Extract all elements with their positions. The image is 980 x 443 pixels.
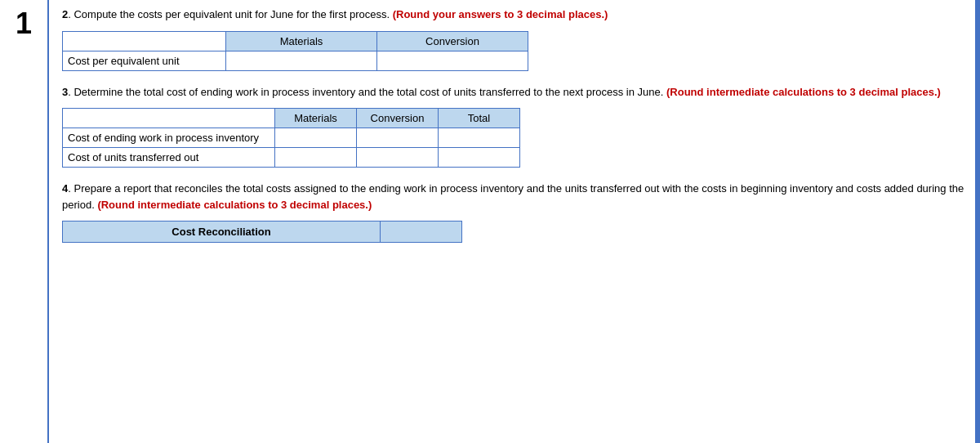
section-2-table: Materials Conversion Cost per equivalent… [62, 31, 528, 71]
row3-total-cell[interactable] [439, 148, 520, 168]
section-2: 2. Compute the costs per equivalent unit… [62, 7, 967, 71]
section-2-text: . Compute the costs per equivalent unit … [68, 8, 390, 20]
row2-materials-input[interactable] [280, 131, 351, 145]
section2-header-conversion: Conversion [377, 31, 528, 51]
row3-conversion-input[interactable] [362, 150, 433, 164]
section-2-title: 2. Compute the costs per equivalent unit… [62, 7, 967, 23]
row2-materials-cell[interactable] [275, 128, 357, 148]
row3-label: Cost of units transferred out [63, 148, 275, 168]
row3-materials-input[interactable] [280, 150, 351, 164]
row2-total-cell[interactable] [439, 128, 520, 148]
cost-reconciliation-header: Cost Reconciliation [62, 221, 381, 243]
cost-recon-header-row: Cost Reconciliation [62, 221, 967, 243]
table3-empty-header [63, 109, 275, 128]
section2-header-materials: Materials [226, 31, 377, 51]
row2-conversion-input[interactable] [362, 131, 433, 145]
row1-conversion-cell[interactable] [377, 51, 528, 70]
table2-empty-header [63, 31, 226, 51]
row1-conversion-input[interactable] [382, 54, 523, 68]
table-row: Cost per equivalent unit [63, 51, 528, 70]
section-3-table: Materials Conversion Total Cost of endin… [62, 108, 520, 168]
number-label: 1 [16, 7, 32, 41]
right-accent-bar [975, 0, 980, 443]
cost-recon-right-header [381, 221, 462, 243]
cost-reconciliation-table-wrapper: Cost Reconciliation [62, 221, 967, 243]
section-3-table-wrapper: Materials Conversion Total Cost of endin… [62, 108, 967, 168]
row2-total-input[interactable] [443, 131, 514, 145]
section-2-table-wrapper: Materials Conversion Cost per equivalent… [62, 31, 967, 71]
row3-conversion-cell[interactable] [357, 148, 439, 168]
section-3-title: 3. Determine the total cost of ending wo… [62, 84, 967, 101]
row3-total-input[interactable] [443, 150, 514, 164]
section3-header-total: Total [439, 109, 520, 128]
row2-label: Cost of ending work in process inventory [63, 128, 275, 148]
main-content: 2. Compute the costs per equivalent unit… [49, 0, 980, 443]
page-container: 1 2. Compute the costs per equivalent un… [0, 0, 980, 443]
section-3-text: . Determine the total cost of ending wor… [68, 86, 663, 98]
section3-header-conversion: Conversion [357, 109, 439, 128]
section3-header-materials: Materials [275, 109, 357, 128]
row3-materials-cell[interactable] [275, 148, 357, 168]
section-4-highlight: (Round intermediate calculations to 3 de… [97, 199, 372, 211]
section-4-title: 4. Prepare a report that reconciles the … [62, 181, 967, 213]
section-3: 3. Determine the total cost of ending wo… [62, 84, 967, 168]
table-row: Cost of ending work in process inventory [63, 128, 520, 148]
row1-materials-input[interactable] [231, 54, 372, 68]
row1-label: Cost per equivalent unit [63, 51, 226, 70]
row1-materials-cell[interactable] [226, 51, 377, 70]
section-3-highlight: (Round intermediate calculations to 3 de… [666, 86, 941, 98]
section-2-highlight: (Round your answers to 3 decimal places.… [393, 8, 608, 20]
row2-conversion-cell[interactable] [357, 128, 439, 148]
table-row: Cost of units transferred out [63, 148, 520, 168]
page-number: 1 [0, 0, 49, 443]
section-4: 4. Prepare a report that reconciles the … [62, 181, 967, 243]
